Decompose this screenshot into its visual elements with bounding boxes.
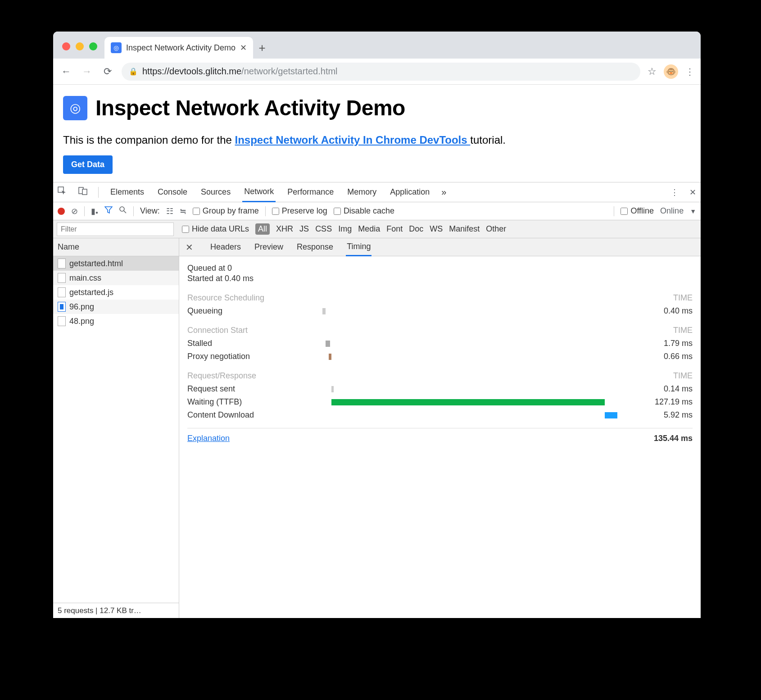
filter-type-js[interactable]: JS	[299, 224, 309, 234]
filter-type-css[interactable]: CSS	[315, 224, 332, 234]
devtools-tab-performance[interactable]: Performance	[285, 183, 335, 201]
filter-type-other[interactable]: Other	[486, 224, 506, 234]
timing-value: 0.66 ms	[630, 352, 693, 361]
address-bar[interactable]: 🔒 https://devtools.glitch.me/network/get…	[122, 63, 640, 81]
offline-checkbox[interactable]: Offline	[621, 206, 654, 216]
group-by-frame-checkbox[interactable]: Group by frame	[193, 206, 259, 216]
details-tab-timing[interactable]: Timing	[346, 238, 371, 256]
disable-cache-checkbox[interactable]: Disable cache	[334, 206, 394, 216]
devtools-tab-memory[interactable]: Memory	[345, 183, 378, 201]
profile-avatar-icon[interactable]: 🐵	[664, 64, 678, 79]
queued-text: Queued at 0	[187, 264, 693, 273]
timing-value: 127.19 ms	[630, 397, 693, 407]
minimize-window-icon[interactable]	[76, 42, 84, 50]
page-logo-icon: ◎	[63, 96, 87, 120]
timing-row: Stalled1.79 ms	[187, 339, 693, 348]
devtools-close-icon[interactable]: ✕	[689, 187, 697, 197]
timing-bar-area	[322, 385, 630, 394]
explanation-link[interactable]: Explanation	[187, 434, 230, 443]
bookmark-star-icon[interactable]: ☆	[648, 66, 657, 77]
filter-input[interactable]	[57, 223, 174, 236]
timing-bar-area	[322, 352, 630, 361]
timing-value: 0.14 ms	[630, 384, 693, 394]
timing-bar	[326, 341, 330, 347]
close-details-icon[interactable]: ✕	[181, 242, 198, 253]
throttling-dropdown-icon[interactable]: ▼	[690, 208, 696, 215]
tutorial-link[interactable]: Inspect Network Activity In Chrome DevTo…	[235, 134, 471, 146]
request-row[interactable]: main.css	[53, 271, 179, 285]
capture-screenshot-icon[interactable]: ▮●	[91, 206, 98, 216]
get-data-button[interactable]: Get Data	[63, 155, 113, 174]
devtools-tab-application[interactable]: Application	[388, 183, 431, 201]
timing-section-header: Connection StartTIME	[187, 326, 693, 335]
online-select[interactable]: Online	[660, 206, 684, 216]
details-tab-response[interactable]: Response	[296, 239, 334, 255]
started-text: Started at 0.40 ms	[187, 274, 693, 283]
large-rows-icon[interactable]: ☷	[166, 206, 173, 216]
filter-type-ws[interactable]: WS	[430, 224, 443, 234]
favicon-icon: ◎	[111, 42, 122, 53]
timing-section-header: Request/ResponseTIME	[187, 371, 693, 381]
device-toggle-icon[interactable]	[77, 186, 88, 198]
filter-type-img[interactable]: Img	[338, 224, 352, 234]
timing-row: Waiting (TTFB)127.19 ms	[187, 397, 693, 407]
filter-type-media[interactable]: Media	[358, 224, 380, 234]
timing-label: Content Download	[187, 410, 322, 420]
image-file-icon	[58, 302, 66, 312]
timing-bar-area	[322, 339, 630, 348]
filter-icon[interactable]	[104, 206, 113, 216]
devtools-tab-network[interactable]: Network	[242, 182, 276, 202]
search-icon[interactable]	[119, 206, 127, 216]
devtools-tab-elements[interactable]: Elements	[109, 183, 146, 201]
details-tab-preview[interactable]: Preview	[254, 239, 284, 255]
filter-type-manifest[interactable]: Manifest	[449, 224, 480, 234]
new-tab-button[interactable]: +	[253, 37, 271, 59]
back-icon[interactable]: ←	[59, 65, 73, 78]
filter-type-font[interactable]: Font	[386, 224, 403, 234]
close-tab-icon[interactable]: ✕	[240, 43, 247, 53]
timing-bar	[329, 354, 332, 360]
details-tab-headers[interactable]: Headers	[209, 239, 242, 255]
window-controls	[59, 42, 104, 59]
forward-icon[interactable]: →	[80, 65, 94, 78]
request-name: getstarted.html	[69, 259, 123, 268]
view-label: View:	[140, 206, 160, 216]
request-row[interactable]: getstarted.html	[53, 256, 179, 271]
filter-type-all[interactable]: All	[255, 223, 270, 235]
timing-panel: Queued at 0 Started at 0.40 ms Resource …	[179, 256, 701, 450]
request-name: 96.png	[69, 302, 94, 312]
document-file-icon	[58, 259, 66, 268]
svg-point-3	[120, 207, 124, 211]
hide-data-urls-checkbox[interactable]: Hide data URLs	[182, 224, 249, 234]
close-window-icon[interactable]	[62, 42, 70, 50]
url-text: https://devtools.glitch.me/network/getst…	[142, 66, 338, 77]
request-row[interactable]: 48.png	[53, 314, 179, 328]
request-list-header[interactable]: Name	[53, 238, 179, 256]
filter-bar: Hide data URLs AllXHRJSCSSImgMediaFontDo…	[53, 220, 701, 238]
browser-menu-icon[interactable]: ⋮	[685, 66, 694, 77]
filter-type-xhr[interactable]: XHR	[276, 224, 293, 234]
reload-icon[interactable]: ⟳	[101, 65, 114, 78]
lock-icon: 🔒	[129, 67, 138, 76]
filter-type-doc[interactable]: Doc	[409, 224, 423, 234]
clear-icon[interactable]: ⊘	[71, 206, 78, 216]
more-tabs-icon[interactable]: »	[441, 187, 446, 197]
maximize-window-icon[interactable]	[89, 42, 97, 50]
page-content: ◎ Inspect Network Activity Demo This is …	[53, 85, 701, 182]
devtools-settings-icon[interactable]: ⋮	[670, 187, 679, 197]
request-row[interactable]: getstarted.js	[53, 285, 179, 300]
record-icon[interactable]	[58, 208, 65, 215]
timing-row: Request sent0.14 ms	[187, 384, 693, 394]
timing-row: Content Download5.92 ms	[187, 410, 693, 420]
devtools-tab-sources[interactable]: Sources	[199, 183, 232, 201]
preserve-log-checkbox[interactable]: Preserve log	[272, 206, 327, 216]
svg-line-4	[124, 211, 126, 213]
inspect-element-icon[interactable]	[57, 186, 68, 198]
devtools-tab-console[interactable]: Console	[156, 183, 189, 201]
timing-value: 1.79 ms	[630, 339, 693, 348]
document-file-icon	[58, 316, 66, 326]
browser-tab[interactable]: ◎ Inspect Network Activity Demo ✕	[104, 37, 253, 59]
network-body: Name getstarted.htmlmain.cssgetstarted.j…	[53, 238, 701, 618]
request-row[interactable]: 96.png	[53, 300, 179, 314]
waterfall-view-icon[interactable]: ≒	[180, 206, 186, 216]
